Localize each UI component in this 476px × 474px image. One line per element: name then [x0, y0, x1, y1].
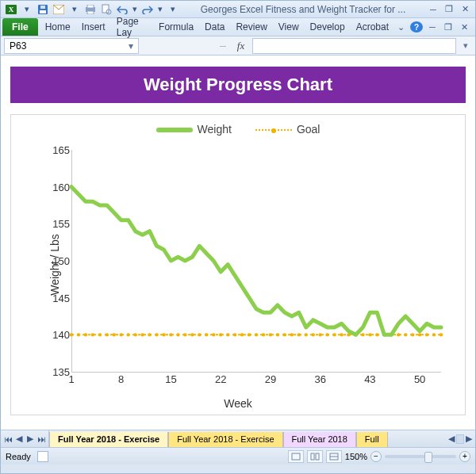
tabnav-prev-icon[interactable]: ◀: [13, 434, 25, 444]
y-ticks: 135140145150155160165: [46, 150, 70, 372]
zoom-in-icon[interactable]: +: [459, 451, 470, 462]
tab-home[interactable]: Home: [40, 18, 76, 36]
save-icon[interactable]: [36, 2, 50, 17]
legend-item-weight: Weight: [156, 123, 232, 136]
ribbon-tabs: File Home Insert Page Lay Formula Data R…: [1, 18, 475, 36]
tab-review[interactable]: Review: [230, 18, 272, 36]
qat-dropdown-icon[interactable]: ▾: [20, 2, 34, 17]
svg-point-29: [190, 333, 194, 336]
qat-dropdown-icon[interactable]: ▾: [156, 2, 164, 17]
svg-point-26: [169, 333, 172, 336]
svg-point-54: [368, 333, 371, 336]
svg-point-18: [113, 333, 116, 336]
svg-point-28: [183, 333, 186, 336]
zoom-out-icon[interactable]: −: [370, 451, 382, 462]
minimize-icon[interactable]: ─: [426, 2, 440, 17]
x-axis-line: [71, 372, 441, 373]
hscroll-left-icon[interactable]: ◀: [448, 434, 455, 444]
svg-point-17: [106, 333, 109, 336]
svg-point-49: [332, 333, 336, 336]
legend-swatch-goal: [255, 129, 292, 131]
zoom-slider[interactable]: [385, 455, 456, 458]
sheet-tab[interactable]: Full Year 2018: [283, 432, 356, 447]
window-restore-icon[interactable]: ❐: [442, 22, 455, 32]
redo-icon[interactable]: [140, 2, 155, 17]
help-icon[interactable]: ?: [410, 21, 423, 32]
ribbon-expand-icon[interactable]: ⌄: [394, 22, 407, 32]
svg-point-30: [198, 333, 201, 336]
x-ticks: 18152229364350: [71, 373, 441, 386]
view-pagelayout-icon[interactable]: [307, 450, 323, 463]
fx-label[interactable]: fx: [232, 40, 249, 52]
svg-point-36: [240, 333, 244, 336]
formula-expand-icon[interactable]: ▾: [459, 40, 472, 51]
tab-developer[interactable]: Develop: [305, 18, 351, 36]
svg-point-14: [84, 333, 87, 336]
chart-container: Weight Goal Weight / Lbs Week 1351401451…: [10, 114, 466, 415]
hscroll-right-icon[interactable]: ▶: [466, 434, 472, 444]
close-icon[interactable]: ✕: [458, 2, 472, 17]
svg-point-41: [276, 333, 279, 336]
svg-point-63: [432, 333, 436, 336]
svg-point-21: [133, 333, 136, 336]
restore-icon[interactable]: ❐: [442, 2, 456, 17]
qat-dropdown-icon[interactable]: ▾: [131, 2, 139, 17]
tabnav-next-icon[interactable]: ▶: [25, 434, 36, 444]
chevron-down-icon[interactable]: ▾: [129, 40, 133, 52]
tab-acrobat[interactable]: Acrobat: [351, 18, 394, 36]
sheet-tab[interactable]: Full: [356, 432, 388, 447]
sheet-tab-bar: ⏮ ◀ ▶ ⏭ Full Year 2018 - Exercise Full Y…: [1, 430, 475, 447]
svg-point-34: [226, 333, 229, 336]
name-box[interactable]: P63 ▾: [4, 38, 139, 54]
svg-point-31: [205, 333, 208, 336]
formula-input[interactable]: [252, 38, 456, 54]
window-min-icon[interactable]: ─: [426, 22, 439, 32]
svg-point-12: [70, 333, 73, 336]
email-icon[interactable]: [52, 2, 66, 17]
svg-point-40: [269, 333, 272, 336]
svg-point-47: [318, 333, 321, 336]
cancel-icon[interactable]: ─: [217, 41, 229, 51]
zoom-label[interactable]: 150%: [345, 452, 367, 461]
printpreview-icon[interactable]: [99, 2, 113, 17]
svg-point-55: [375, 333, 378, 336]
formula-bar-row: P63 ▾ ─ fx ▾: [1, 36, 475, 55]
sheet-tab[interactable]: Full Year 2018 - Exercise: [168, 432, 282, 447]
svg-point-20: [126, 333, 129, 336]
tab-pagelayout[interactable]: Page Lay: [111, 18, 153, 36]
svg-rect-8: [87, 11, 94, 14]
tab-formulas[interactable]: Formula: [153, 18, 199, 36]
svg-point-35: [233, 333, 236, 336]
tabnav-last-icon[interactable]: ⏭: [36, 434, 47, 444]
svg-text:X: X: [9, 6, 14, 13]
hscroll-track[interactable]: [456, 434, 464, 444]
tabnav-first-icon[interactable]: ⏮: [2, 434, 13, 444]
x-tick-label: 43: [364, 373, 375, 385]
sheet-tab[interactable]: Full Year 2018 - Exercise: [49, 432, 168, 447]
y-tick-label: 140: [46, 329, 70, 341]
undo-icon[interactable]: [115, 2, 129, 17]
view-pagebreak-icon[interactable]: [326, 450, 342, 463]
quickprint-icon[interactable]: [83, 2, 98, 17]
svg-point-13: [77, 333, 80, 336]
svg-point-23: [148, 333, 151, 336]
qat-dropdown-icon[interactable]: ▾: [67, 2, 82, 17]
tab-data[interactable]: Data: [199, 18, 230, 36]
tab-insert[interactable]: Insert: [76, 18, 111, 36]
svg-point-15: [91, 333, 94, 336]
view-normal-icon[interactable]: [288, 450, 304, 463]
file-tab[interactable]: File: [2, 18, 38, 36]
svg-point-32: [212, 333, 215, 336]
x-tick-label: 15: [165, 373, 176, 385]
window-close-icon[interactable]: ✕: [458, 22, 470, 32]
tab-view[interactable]: View: [273, 18, 305, 36]
status-text: Ready: [6, 452, 31, 461]
svg-point-61: [418, 333, 421, 336]
macro-record-icon[interactable]: [37, 451, 48, 462]
svg-point-27: [176, 333, 179, 336]
svg-point-59: [404, 333, 407, 336]
svg-point-48: [325, 333, 328, 336]
y-tick-label: 160: [46, 181, 70, 193]
svg-point-25: [162, 333, 165, 336]
qat-customize-icon[interactable]: ▾: [166, 2, 180, 17]
